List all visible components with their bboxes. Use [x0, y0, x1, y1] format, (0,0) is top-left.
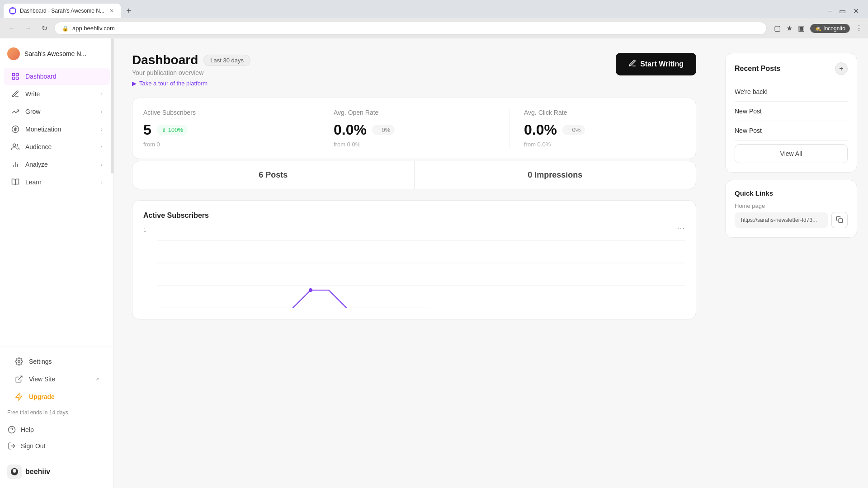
address-bar: ← → ↻ 🔒 app.beehiiv.com ▢ ★ ▣ 🕵 Incognit…: [0, 18, 868, 38]
active-tab[interactable]: Dashboard - Sarah's Awesome N... ×: [4, 4, 121, 18]
browser-chrome: Dashboard - Sarah's Awesome N... × + – ▭…: [0, 0, 868, 38]
upgrade-icon: [14, 392, 24, 401]
tab-title: Dashboard - Sarah's Awesome N...: [20, 8, 104, 14]
tour-link[interactable]: ▶ Take a tour of the platform: [132, 80, 250, 87]
beehiiv-logo: beehiiv: [0, 459, 113, 483]
sidebar-help-items: Help Sign Out: [7, 422, 106, 454]
audience-icon: [11, 142, 20, 151]
arrow-up-icon: ⇧: [161, 127, 166, 133]
chevron-icon: ›: [101, 144, 103, 150]
post-item[interactable]: New Post: [735, 102, 848, 121]
home-page-url-row: https://sarahs-newsletter-fd73...: [735, 212, 848, 228]
url-text: app.beehiiv.com: [72, 25, 115, 32]
restore-button[interactable]: ▭: [837, 5, 848, 17]
forward-button[interactable]: →: [22, 22, 34, 35]
sign-out-label: Sign Out: [21, 442, 45, 450]
close-window-button[interactable]: ✕: [851, 5, 861, 17]
impressions-count-card: 0 Impressions: [414, 161, 697, 189]
copy-url-button[interactable]: [831, 212, 848, 228]
avg-click-rate-value-row: 0.0% − 0%: [524, 122, 685, 138]
avg-open-rate-value-row: 0.0% − 0%: [334, 122, 495, 138]
sidebar-item-write[interactable]: Write ›: [4, 85, 110, 103]
svg-point-15: [13, 469, 16, 473]
sidebar-item-dashboard[interactable]: Dashboard: [4, 68, 110, 85]
back-button[interactable]: ←: [5, 22, 18, 35]
view-all-posts-button[interactable]: View All: [735, 144, 848, 163]
tab-close-button[interactable]: ×: [108, 7, 115, 14]
sidebar-item-label: Monetization: [25, 126, 95, 133]
refresh-button[interactable]: ↻: [38, 22, 51, 35]
browser-menu-icon[interactable]: ⋮: [855, 24, 863, 33]
page-header: Dashboard Last 30 days Your publication …: [132, 53, 696, 87]
page-title-row: Dashboard Last 30 days: [132, 53, 250, 67]
avg-click-rate-value: 0.0%: [524, 122, 557, 138]
minimize-button[interactable]: –: [826, 5, 834, 17]
sidebar: Sarah's Awesome N... Dashboard: [0, 38, 114, 488]
publication-name: Sarah's Awesome N...: [24, 50, 86, 57]
avg-open-rate-label: Avg. Open Rate: [334, 109, 495, 116]
sidebar-item-learn[interactable]: Learn ›: [4, 174, 110, 191]
active-subscribers-value: 5: [143, 122, 151, 138]
svg-point-9: [18, 361, 20, 363]
chart-title: Active Subscribers: [143, 211, 685, 220]
badge-value: 100%: [168, 127, 183, 133]
main-content: Dashboard Last 30 days Your publication …: [114, 38, 714, 488]
tab-favicon: [9, 7, 16, 14]
pencil-icon: [628, 59, 637, 69]
chevron-icon: ›: [101, 109, 103, 114]
dash-icon: −: [377, 127, 380, 133]
settings-icon: [14, 357, 24, 366]
post-item[interactable]: New Post: [735, 121, 848, 141]
help-icon: [7, 425, 16, 434]
sidebar-item-settings[interactable]: Settings: [7, 353, 106, 370]
extension-icon[interactable]: ▣: [798, 24, 805, 33]
avg-click-rate-badge: − 0%: [562, 125, 585, 135]
sidebar-item-monetization[interactable]: Monetization ›: [4, 121, 110, 138]
page-subtitle: Your publication overview: [132, 69, 250, 76]
badge-value: 0%: [382, 127, 391, 133]
sidebar-item-upgrade[interactable]: Upgrade: [7, 388, 106, 405]
recent-posts-card: Recent Posts + We're back! New Post New …: [725, 53, 857, 173]
start-writing-button[interactable]: Start Writing: [616, 53, 696, 75]
svg-rect-2: [12, 77, 14, 80]
dashboard-icon: [11, 72, 20, 81]
bookmark-icon[interactable]: ★: [786, 24, 793, 33]
sidebar-bottom: Settings View Site ↗ Upgra: [0, 347, 113, 459]
post-item[interactable]: We're back!: [735, 82, 848, 102]
sidebar-item-label: Grow: [25, 108, 95, 115]
sidebar-item-label: Upgrade: [29, 393, 99, 400]
chart-y-label: 1: [143, 227, 146, 233]
chevron-icon: ›: [101, 91, 103, 97]
add-post-button[interactable]: +: [835, 62, 848, 75]
screen-record-icon[interactable]: ▢: [774, 24, 781, 33]
page-title-section: Dashboard Last 30 days Your publication …: [132, 53, 250, 87]
avg-open-rate-stat: Avg. Open Rate 0.0% − 0% from 0.0%: [319, 109, 509, 148]
avg-open-rate-value: 0.0%: [334, 122, 367, 138]
browser-actions: ▢ ★ ▣ 🕵 Incognito ⋮: [774, 24, 863, 33]
active-subscribers-value-row: 5 ⇧ 100%: [143, 122, 304, 138]
sidebar-item-grow[interactable]: Grow ›: [4, 103, 110, 120]
badge-value: 0%: [572, 127, 581, 133]
sidebar-item-sign-out[interactable]: Sign Out: [7, 438, 106, 454]
url-bar[interactable]: 🔒 app.beehiiv.com: [54, 22, 767, 35]
incognito-badge: 🕵 Incognito: [810, 24, 850, 33]
sidebar-item-analyze[interactable]: Analyze ›: [4, 156, 110, 173]
incognito-label: Incognito: [823, 25, 845, 32]
sidebar-scrollbar[interactable]: [111, 38, 113, 174]
sign-out-icon: [7, 441, 16, 450]
sidebar-item-audience[interactable]: Audience ›: [4, 138, 110, 155]
posts-count-card: 6 Posts: [132, 161, 414, 189]
active-subscribers-badge: ⇧ 100%: [157, 125, 188, 135]
sidebar-item-help[interactable]: Help: [7, 422, 106, 437]
recent-posts-header: Recent Posts +: [735, 62, 848, 75]
active-subscribers-from: from 0: [143, 141, 304, 148]
right-panel: Recent Posts + We're back! New Post New …: [714, 38, 868, 488]
sidebar-item-view-site[interactable]: View Site ↗: [7, 371, 106, 388]
page-title: Dashboard: [132, 53, 198, 67]
sidebar-item-label: Learn: [25, 178, 95, 186]
sidebar-item-label: Audience: [25, 143, 95, 150]
start-writing-label: Start Writing: [640, 60, 684, 68]
time-filter-button[interactable]: Last 30 days: [203, 55, 250, 66]
home-page-label: Home page: [735, 202, 848, 209]
new-tab-button[interactable]: +: [123, 5, 135, 17]
